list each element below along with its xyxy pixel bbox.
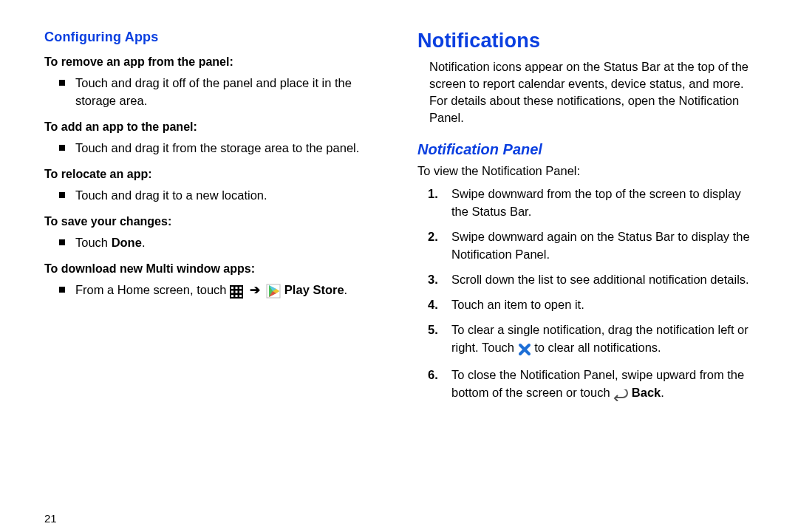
text: . (344, 283, 348, 296)
svg-rect-2 (236, 287, 238, 289)
notification-panel-heading: Notification Panel (417, 141, 754, 158)
list-item: Touch Done. (64, 234, 388, 252)
svg-rect-9 (239, 295, 242, 297)
step-6: To close the Notification Panel, swipe u… (444, 366, 754, 404)
text: From a Home screen, touch (75, 283, 230, 296)
done-label: Done (112, 236, 142, 249)
text: . (661, 386, 664, 399)
back-icon (613, 386, 628, 404)
list-item: Touch and drag it off of the panel and p… (64, 75, 388, 110)
right-column: Notifications Notification icons appear … (410, 30, 776, 517)
save-changes-subhead: To save your changes: (44, 215, 388, 228)
page-number: 21 (44, 512, 57, 525)
text: To close the Notification Panel, swipe u… (451, 368, 744, 399)
download-apps-list: From a Home screen, touch ➔ (44, 282, 388, 301)
arrow-right-icon: ➔ (250, 282, 260, 299)
step-5: To clear a single notification, drag the… (444, 321, 754, 359)
svg-rect-4 (231, 290, 233, 293)
svg-rect-1 (231, 287, 233, 289)
relocate-app-list: Touch and drag it to a new location. (44, 187, 388, 205)
manual-page: Configuring Apps To remove an app from t… (0, 0, 798, 532)
apps-grid-icon (230, 284, 243, 301)
notifications-intro: Notification icons appear on the Status … (429, 58, 754, 126)
step-1: Swipe downward from the top of the scree… (444, 185, 754, 221)
svg-rect-5 (236, 290, 238, 293)
play-store-icon (266, 284, 281, 301)
list-item: Touch and drag it from the storage area … (64, 140, 388, 157)
panel-intro: To view the Notification Panel: (417, 163, 754, 180)
list-item: Touch and drag it to a new location. (64, 187, 388, 205)
step-4: Touch an item to open it. (444, 296, 754, 314)
remove-app-subhead: To remove an app from the panel: (44, 55, 388, 69)
back-label: Back (632, 386, 661, 399)
text: . (142, 236, 146, 249)
svg-rect-3 (239, 287, 242, 289)
svg-rect-6 (239, 290, 242, 293)
text: to clear all notifications. (534, 341, 661, 354)
list-item: From a Home screen, touch ➔ (64, 282, 388, 301)
download-apps-subhead: To download new Multi window apps: (44, 262, 388, 276)
svg-rect-8 (236, 295, 238, 297)
add-app-subhead: To add an app to the panel: (44, 120, 388, 134)
notification-panel-steps: Swipe downward from the top of the scree… (417, 185, 754, 403)
add-app-list: Touch and drag it from the storage area … (44, 140, 388, 157)
notifications-heading: Notifications (417, 30, 754, 52)
remove-app-list: Touch and drag it off of the panel and p… (44, 75, 388, 110)
play-store-label: Play Store (284, 283, 344, 296)
clear-x-icon (518, 341, 531, 359)
relocate-app-subhead: To relocate an app: (44, 168, 388, 181)
svg-rect-7 (231, 295, 233, 297)
text: Touch (75, 236, 112, 249)
step-3: Scroll down the list to see additional n… (444, 271, 754, 289)
save-changes-list: Touch Done. (44, 234, 388, 252)
step-2: Swipe downward again on the Status Bar t… (444, 228, 754, 264)
left-column: Configuring Apps To remove an app from t… (44, 30, 410, 517)
configuring-apps-heading: Configuring Apps (44, 30, 388, 45)
